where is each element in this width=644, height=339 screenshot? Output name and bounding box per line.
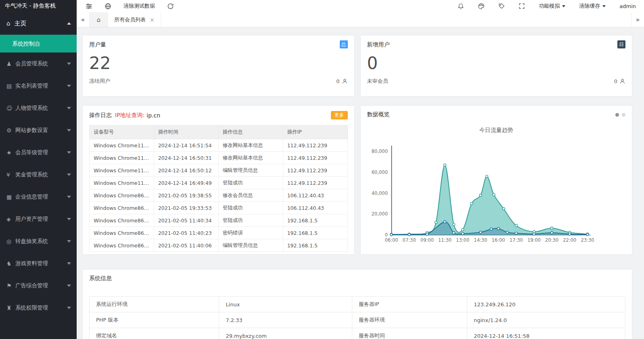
info-value: 7.2.33 <box>219 312 352 328</box>
chevron-down-icon <box>67 196 71 198</box>
info-value: nginx/1.24.0 <box>467 312 625 328</box>
sidebar-item-label: 系统权限管理 <box>15 304 67 312</box>
stat-sub-value: 0 <box>336 78 339 84</box>
sidebar-group-item[interactable]: ▦ 企业信息管理 <box>0 186 77 208</box>
cell-device: Windows Chrome86.0.4 <box>90 227 154 239</box>
sidebar-group-item[interactable]: ♜ 系统权限管理 <box>0 297 77 319</box>
cell-device: Windows Chrome86.0.4 <box>90 239 154 252</box>
sidebar-group-item[interactable]: ♟ 会员管理系统 <box>0 52 77 75</box>
table-row: Windows Chrome86.0.4 2021-02-05 11:40:06… <box>90 239 348 252</box>
table-row: Windows Chrome118.0. 2024-12-14 16:50:31… <box>90 152 348 164</box>
sidebar-item-console-active[interactable]: 系统控制台 <box>0 35 77 52</box>
sidebar-group-item[interactable]: ♞ 游戏资料管理 <box>0 252 77 274</box>
badge-day: 日 <box>617 40 625 48</box>
svg-text:20,000: 20,000 <box>371 211 387 217</box>
sidebar-item-label: 会员管理系统 <box>15 60 67 67</box>
user-icon <box>342 78 348 84</box>
svg-text:80,000: 80,000 <box>371 149 387 154</box>
bell-icon[interactable] <box>458 3 464 10</box>
function-simulation-dropdown[interactable]: 功能模拟 <box>539 2 565 10</box>
cell-ip: 112.49.112.239 <box>283 152 347 164</box>
cell-ip: 112.49.112.239 <box>283 177 347 189</box>
new-users-card: 新增用户 日 0 未审会员 0 <box>361 36 632 96</box>
card-title: 操作日志 <box>89 112 112 119</box>
info-label: 服务器IP <box>352 297 467 312</box>
sidebar-group-item[interactable]: ☺ 人物管理系统 <box>0 97 77 119</box>
card-title: 用户量 <box>89 41 348 48</box>
username[interactable]: admin <box>619 3 636 9</box>
tabs-scroll-left-button[interactable]: « <box>77 12 90 27</box>
card-header: 操作日志 IP地址查询: ip.cn 更多 <box>83 106 354 125</box>
table-header-row: 设备型号操作时间操作信息操作IP <box>90 126 348 139</box>
card-title: 系统信息 <box>89 275 112 282</box>
sidebar-group-item[interactable]: ◈ 用户资产管理 <box>0 208 77 230</box>
ip-query-value[interactable]: ip.cn <box>146 112 160 119</box>
refresh-icon[interactable] <box>167 3 174 10</box>
cell-action: 登陆成功 <box>218 214 283 227</box>
sidebar-group-item[interactable]: ¥ 奖金管理系统 <box>0 163 77 186</box>
chevron-down-icon <box>67 218 71 220</box>
wheel-icon: ◎ <box>6 238 15 245</box>
sidebar-group-item[interactable]: ★ 会员等级管理 <box>0 141 77 163</box>
column-header: 操作IP <box>283 126 347 139</box>
tab-home[interactable]: ⌂ <box>90 12 108 27</box>
money-icon: ¥ <box>6 172 15 178</box>
globe-icon[interactable] <box>105 3 111 10</box>
close-icon[interactable]: × <box>150 17 155 23</box>
svg-text:17:30: 17:30 <box>509 237 523 243</box>
table-row: Windows Chrome118.0. 2024-12-14 16:49:49… <box>90 177 348 189</box>
system-info-card: 系统信息 系统运行环境 Linux 服务器IP 123.249.26.120 P… <box>83 270 632 339</box>
home-icon: ⌂ <box>97 16 101 23</box>
info-value: 123.249.26.120 <box>467 297 625 312</box>
svg-text:0: 0 <box>385 232 387 238</box>
sidebar-group-item[interactable]: ⚑ 广告综合管理 <box>0 274 77 297</box>
clear-test-data-button[interactable]: 清除测试数据 <box>123 2 155 10</box>
cell-ip: 106.112.40.43 <box>283 202 347 214</box>
cell-device: Windows Chrome86.0.4 <box>90 189 154 202</box>
game-icon: ♞ <box>6 260 15 267</box>
carousel-dot[interactable] <box>622 113 625 117</box>
data-overview-card: 数据概览 今日流量趋势 020,00040,00060,00080,00006:… <box>361 106 632 254</box>
cell-action: 修改网站基本信息 <box>218 152 283 164</box>
tabs-scroll-right-button[interactable]: » <box>631 12 644 27</box>
tab-member-list[interactable]: 所有会员列表 × <box>108 12 161 27</box>
card-title: 数据概览 <box>367 111 390 118</box>
column-header: 设备型号 <box>90 126 154 139</box>
person-icon: ☺ <box>6 105 15 111</box>
theme-palette-icon[interactable] <box>478 3 485 10</box>
more-button[interactable]: 更多 <box>331 111 348 119</box>
sidebar-group-item[interactable]: ◎ 转盘抽奖系统 <box>0 230 77 252</box>
sidebar-item-label: 实名列表管理 <box>15 82 67 90</box>
svg-text:09:00: 09:00 <box>420 237 433 243</box>
sidebar-group-item[interactable]: ▤ 实名列表管理 <box>0 75 77 97</box>
clear-cache-dropdown[interactable]: 清除缓存 <box>579 2 606 10</box>
cell-action: 登陆成功 <box>218 202 283 214</box>
dropdown-label: 清除缓存 <box>579 2 600 10</box>
svg-text:14:30: 14:30 <box>474 237 487 243</box>
cell-device: Windows Chrome86.0.4 <box>90 214 154 227</box>
topbar-right: 功能模拟 清除缓存 admin <box>458 2 636 10</box>
tab-label: 所有会员列表 <box>114 16 146 23</box>
svg-text:23:30: 23:30 <box>581 237 594 243</box>
carousel-dot-active[interactable] <box>615 113 619 117</box>
user-icon <box>619 78 625 84</box>
frozen-users-count: 0 <box>336 78 347 84</box>
sidebar-group-item[interactable]: ⚙ 网站参数设置 <box>0 119 77 141</box>
fullscreen-icon[interactable] <box>519 3 525 9</box>
ip-query-link[interactable]: IP地址查询: <box>115 112 144 119</box>
chevron-down-icon <box>67 240 71 243</box>
chevron-up-icon <box>67 22 71 25</box>
svg-text:16:00: 16:00 <box>491 237 505 243</box>
brand-title: 牛气冲天 - 静鱼客栈 <box>0 0 77 12</box>
sidebar-item-home[interactable]: ⌂ 主页 <box>0 12 77 35</box>
traffic-trend-chart: 020,00040,00060,00080,00006:0007:3009:00… <box>361 136 632 245</box>
tag-icon[interactable] <box>498 3 505 9</box>
cell-ip: 106.112.40.43 <box>283 189 347 202</box>
column-header: 操作时间 <box>154 126 218 139</box>
caret-down-icon <box>562 5 565 7</box>
list-icon: ▤ <box>6 83 15 89</box>
sidebar-toggle-icon[interactable] <box>86 3 92 10</box>
chevron-down-icon <box>67 107 71 109</box>
chevron-down-icon <box>67 307 71 309</box>
sidebar-item-label: 奖金管理系统 <box>15 171 67 178</box>
